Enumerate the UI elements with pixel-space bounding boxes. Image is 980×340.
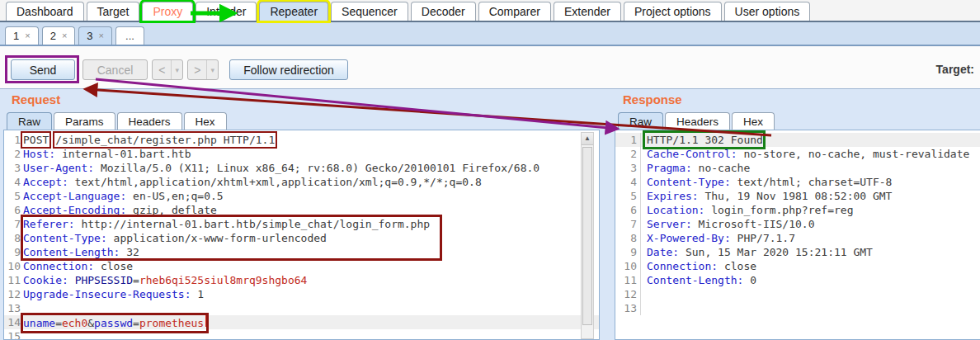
- burp-repeater-window: DashboardTargetProxyIntruderRepeaterSequ…: [0, 0, 980, 340]
- close-tab-icon[interactable]: ×: [62, 31, 67, 40]
- tab-comparer[interactable]: Comparer: [478, 2, 551, 21]
- editor-line-7[interactable]: 7Server: Microsoft-IIS/10.0: [615, 217, 980, 231]
- line-content: Date: Sun, 15 Mar 2020 15:21:11 GMT: [640, 245, 873, 259]
- line-content: Cookie: PHPSESSID=rheb6qi525siul8mrq9shg…: [21, 274, 307, 286]
- editor-line-4[interactable]: 4Accept: text/html,application/xhtml+xml…: [4, 175, 599, 189]
- line-content: Connection: close: [640, 259, 756, 273]
- forward-dropdown-icon[interactable]: ▾: [206, 60, 218, 79]
- response-tab-raw[interactable]: Raw: [618, 112, 663, 131]
- editor-line-10[interactable]: 10Connection: close: [4, 259, 599, 273]
- tab-target[interactable]: Target: [87, 2, 140, 21]
- line-number: 2: [4, 148, 21, 160]
- request-tab-params[interactable]: Params: [54, 112, 115, 131]
- next-request-button[interactable]: > ▾: [187, 59, 219, 80]
- editor-line-1[interactable]: 1HTTP/1.1 302 Found: [615, 133, 980, 147]
- line-content: User-Agent: Mozilla/5.0 (X11; Linux x86_…: [21, 162, 539, 174]
- send-button[interactable]: Send: [11, 59, 75, 80]
- editor-line-5[interactable]: 5Expires: Thu, 19 Nov 1981 08:52:00 GMT: [615, 189, 980, 203]
- editor-line-15[interactable]: 15: [4, 329, 599, 340]
- request-title: Request: [12, 92, 60, 106]
- response-tab-hex[interactable]: Hex: [732, 112, 775, 131]
- editor-line-5[interactable]: 5Accept-Language: en-US,en;q=0.5: [4, 189, 599, 203]
- editor-line-13[interactable]: 13: [4, 301, 599, 315]
- line-content: Accept-Encoding: gzip, deflate: [21, 204, 217, 216]
- toolbar: Send Cancel < ▾ > ▾ Follow redirection T…: [0, 46, 980, 88]
- editor-line-8[interactable]: 8X-Powered-By: PHP/7.1.7: [615, 231, 980, 245]
- back-dropdown-icon[interactable]: ▾: [171, 60, 182, 79]
- main-tab-bar: DashboardTargetProxyIntruderRepeaterSequ…: [0, 0, 980, 22]
- text-cursor: [205, 315, 207, 327]
- line-number: 7: [4, 218, 21, 230]
- editor-line-6[interactable]: 6Location: login_form.php?ref=reg: [615, 203, 980, 217]
- line-content: [640, 301, 647, 315]
- tab-sequencer[interactable]: Sequencer: [331, 2, 408, 21]
- line-content: uname=ech0&passwd=prometheus: [21, 315, 207, 329]
- tab-dashboard[interactable]: Dashboard: [6, 2, 84, 21]
- request-panel: Request RawParamsHeadersHex 1POST /simpl…: [3, 88, 600, 340]
- line-number: 10: [4, 260, 21, 272]
- follow-redirection-button[interactable]: Follow redirection: [229, 59, 348, 80]
- tab-repeater[interactable]: Repeater: [259, 2, 328, 21]
- line-number: 9: [4, 246, 21, 258]
- editor-line-3[interactable]: 3User-Agent: Mozilla/5.0 (X11; Linux x86…: [4, 161, 599, 175]
- cancel-button[interactable]: Cancel: [82, 59, 148, 80]
- repeater-tab-more[interactable]: ...: [115, 26, 144, 45]
- line-number: 3: [4, 162, 21, 174]
- editor-line-9[interactable]: 9Content-Length: 32: [4, 245, 599, 259]
- editor-line-3[interactable]: 3Pragma: no-cache: [615, 161, 980, 175]
- tab-extender[interactable]: Extender: [554, 2, 621, 21]
- close-tab-icon[interactable]: ×: [25, 31, 30, 40]
- editor-line-8[interactable]: 8Content-Type: application/x-www-form-ur…: [4, 231, 599, 245]
- line-content: Content-Length: 32: [21, 246, 139, 258]
- tab-user-options[interactable]: User options: [724, 2, 811, 21]
- editor-line-4[interactable]: 4Content-Type: text/html; charset=UTF-8: [615, 175, 980, 189]
- editor-line-2[interactable]: 2Cache-Control: no-store, no-cache, must…: [615, 147, 980, 161]
- request-tab-raw[interactable]: Raw: [7, 112, 52, 131]
- line-content: Server: Microsoft-IIS/10.0: [640, 217, 815, 231]
- editor-line-1[interactable]: 1POST /simple_chat/register.php HTTP/1.1: [4, 133, 599, 147]
- editor-line-10[interactable]: 10Connection: close: [615, 259, 980, 273]
- line-content: Accept-Language: en-US,en;q=0.5: [21, 190, 224, 202]
- request-tab-hex[interactable]: Hex: [184, 112, 227, 131]
- tab-proxy[interactable]: Proxy: [142, 2, 193, 21]
- request-editor[interactable]: 1POST /simple_chat/register.php HTTP/1.1…: [3, 130, 600, 340]
- line-number: 6: [4, 204, 21, 216]
- editor-line-2[interactable]: 2Host: internal-01.bart.htb: [4, 147, 599, 161]
- line-content: Upgrade-Insecure-Requests: 1: [21, 288, 204, 300]
- editor-line-11[interactable]: 11Cookie: PHPSESSID=rheb6qi525siul8mrq9s…: [4, 273, 599, 287]
- response-title: Response: [623, 92, 682, 106]
- line-number: 13: [4, 302, 21, 314]
- tab-project-options[interactable]: Project options: [624, 2, 722, 21]
- repeater-tab-label: 2: [50, 31, 56, 41]
- request-editor-tabs: RawParamsHeadersHex: [3, 111, 227, 130]
- editor-line-11[interactable]: 11Content-Length: 0: [615, 273, 980, 287]
- response-editor[interactable]: 1HTTP/1.1 302 Found2Cache-Control: no-st…: [615, 130, 980, 340]
- editor-line-6[interactable]: 6Accept-Encoding: gzip, deflate: [4, 203, 599, 217]
- line-content: Host: internal-01.bart.htb: [21, 148, 191, 160]
- editor-line-14[interactable]: 14uname=ech0&passwd=prometheus: [4, 315, 599, 329]
- close-tab-icon[interactable]: ×: [99, 31, 104, 40]
- tab-intruder[interactable]: Intruder: [196, 2, 257, 21]
- editor-line-9[interactable]: 9Date: Sun, 15 Mar 2020 15:21:11 GMT: [615, 245, 980, 259]
- line-content: Accept: text/html,application/xhtml+xml,…: [21, 176, 482, 188]
- line-content: X-Powered-By: PHP/7.1.7: [640, 231, 795, 245]
- editor-line-7[interactable]: 7Referer: http://internal-01.bart.htb/si…: [4, 217, 599, 231]
- line-content: Cache-Control: no-store, no-cache, must-…: [640, 147, 969, 161]
- request-tab-headers[interactable]: Headers: [117, 112, 182, 131]
- repeater-tab-1[interactable]: 1×: [5, 26, 39, 45]
- editor-line-13[interactable]: 13: [615, 301, 980, 315]
- previous-request-button[interactable]: < ▾: [152, 59, 183, 80]
- repeater-tab-2[interactable]: 2×: [42, 26, 76, 45]
- request-scrollbar[interactable]: ▲: [581, 132, 594, 339]
- tab-decoder[interactable]: Decoder: [411, 2, 476, 21]
- repeater-tab-3[interactable]: 3×: [78, 26, 112, 45]
- line-number: 1: [4, 134, 21, 146]
- scrollbar-thumb[interactable]: [582, 147, 592, 325]
- chevron-left-icon: <: [153, 64, 171, 77]
- editor-line-12[interactable]: 12Upgrade-Insecure-Requests: 1: [4, 287, 599, 301]
- editor-line-12[interactable]: 12: [615, 287, 980, 301]
- scroll-up-icon[interactable]: ▲: [582, 133, 593, 145]
- line-number: 15: [4, 330, 21, 340]
- response-tab-headers[interactable]: Headers: [665, 112, 730, 131]
- line-content: Content-Length: 0: [640, 273, 756, 287]
